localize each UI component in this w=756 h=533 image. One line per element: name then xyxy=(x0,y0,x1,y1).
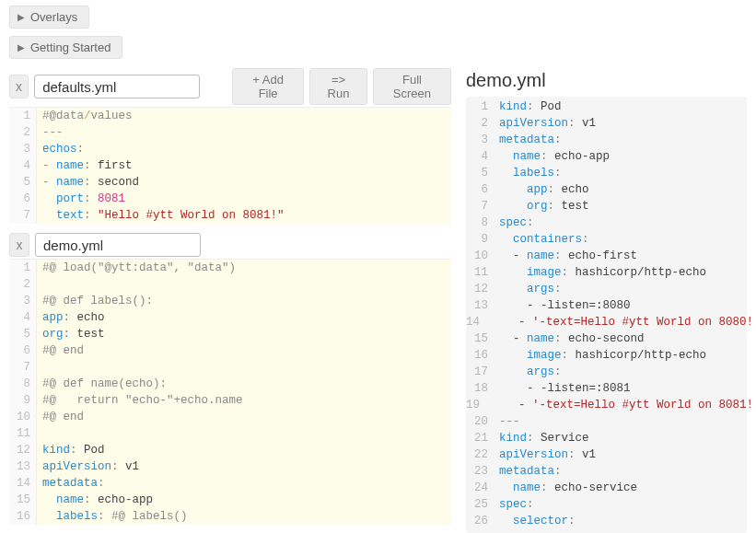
output-line: 4 name: echo-app xyxy=(466,148,747,165)
line-number: 16 xyxy=(9,508,37,525)
line-number: 6 xyxy=(466,181,494,198)
output-line: 25spec: xyxy=(466,496,747,513)
line-number: 12 xyxy=(466,281,494,297)
output-line: 26 selector: xyxy=(466,513,747,529)
line-number: 16 xyxy=(466,347,494,364)
line-number: 1 xyxy=(466,98,494,115)
output-line: 12 args: xyxy=(466,281,747,297)
line-number: 6 xyxy=(9,342,37,359)
editor1-line: 12kind: Pod xyxy=(9,442,451,458)
output-title: demo.yml xyxy=(466,70,747,91)
code-content: selector: xyxy=(494,513,747,529)
line-number: 5 xyxy=(9,174,37,191)
line-number: 3 xyxy=(9,293,37,309)
editor1-line: 1#@ load("@ytt:data", "data") xyxy=(9,260,451,276)
line-number: 18 xyxy=(466,380,494,397)
code-content: app: echo xyxy=(37,309,451,326)
line-number: 8 xyxy=(466,214,494,231)
line-number: 2 xyxy=(9,276,37,293)
code-content: apiVersion: v1 xyxy=(37,458,451,475)
line-number: 4 xyxy=(9,309,37,326)
output-line: 14 - '-text=Hello #ytt World on 8080!' xyxy=(466,314,747,330)
line-number: 10 xyxy=(9,409,37,425)
output-panel: 1kind: Pod2apiVersion: v13metadata:4 nam… xyxy=(466,97,747,533)
editor1-line: 6#@ end xyxy=(9,342,451,359)
line-number: 2 xyxy=(9,124,37,141)
code-content: --- xyxy=(494,413,747,430)
triangle-right-icon: ▶ xyxy=(17,12,25,22)
filename-input-0[interactable] xyxy=(34,75,200,98)
line-number: 7 xyxy=(9,207,37,224)
line-number: 12 xyxy=(9,442,37,458)
code-content: #@ def name(echo): xyxy=(37,376,451,392)
line-number: 26 xyxy=(466,513,494,529)
line-number: 6 xyxy=(9,191,37,207)
output-line: 16 image: hashicorp/http-echo xyxy=(466,347,747,364)
code-content: - '-text=Hello #ytt World on 8080!' xyxy=(485,314,756,330)
output-line: 17 args: xyxy=(466,364,747,380)
editor1-line: 7 xyxy=(9,359,451,376)
editor1-line: 3#@ def labels(): xyxy=(9,293,451,309)
line-number: 13 xyxy=(9,458,37,475)
code-content: app: echo xyxy=(494,181,747,198)
code-content: spec: xyxy=(494,496,747,513)
editor1-line: 2 xyxy=(9,276,451,293)
line-number: 9 xyxy=(9,392,37,409)
filename-input-1[interactable] xyxy=(35,233,201,257)
editor0-line: 2--- xyxy=(9,124,451,141)
code-content: image: hashicorp/http-echo xyxy=(494,264,747,281)
editor0-line: 6 port: 8081 xyxy=(9,191,451,207)
code-content: containers: xyxy=(494,231,747,248)
line-number: 14 xyxy=(9,475,37,492)
output-line: 5 labels: xyxy=(466,165,747,181)
code-content xyxy=(37,359,451,376)
editor1-line: 13apiVersion: v1 xyxy=(9,458,451,475)
code-content: labels: #@ labels() xyxy=(37,508,451,525)
editor-demo[interactable]: 1#@ load("@ytt:data", "data")23#@ def la… xyxy=(9,259,451,525)
code-content: echos: xyxy=(37,141,451,157)
getting-started-toggle[interactable]: ▶ Getting Started xyxy=(9,36,122,59)
line-number: 15 xyxy=(9,492,37,508)
line-number: 14 xyxy=(466,314,485,330)
line-number: 17 xyxy=(466,364,494,380)
output-line: 8spec: xyxy=(466,214,747,231)
code-content: #@data/values xyxy=(37,108,451,124)
line-number: 1 xyxy=(9,260,37,276)
editor1-line: 10#@ end xyxy=(9,409,451,425)
code-content: image: hashicorp/http-echo xyxy=(494,347,747,364)
line-number: 4 xyxy=(9,157,37,174)
run-button[interactable]: => Run xyxy=(309,68,367,105)
code-content: - name: echo-first xyxy=(494,248,747,264)
editor-defaults[interactable]: 1#@data/values2---3echos:4- name: first5… xyxy=(9,107,451,224)
line-number: 24 xyxy=(466,480,494,496)
code-content: labels: xyxy=(494,165,747,181)
editor1-line: 14metadata: xyxy=(9,475,451,492)
editor1-line: 9#@ return "echo-"+echo.name xyxy=(9,392,451,409)
line-number: 4 xyxy=(466,148,494,165)
line-number: 3 xyxy=(9,141,37,157)
editor1-line: 5org: test xyxy=(9,326,451,342)
line-number: 20 xyxy=(466,413,494,430)
code-content: - name: second xyxy=(37,174,451,191)
line-number: 11 xyxy=(466,264,494,281)
code-content: - '-text=Hello #ytt World on 8081!' xyxy=(485,397,756,413)
editor1-line: 4app: echo xyxy=(9,309,451,326)
overlays-toggle[interactable]: ▶ Overlays xyxy=(9,6,89,29)
add-file-button[interactable]: + Add File xyxy=(232,68,304,105)
editor1-line: 15 name: echo-app xyxy=(9,492,451,508)
code-content: org: test xyxy=(37,326,451,342)
output-line: 21kind: Service xyxy=(466,430,747,446)
code-content: text: "Hello #ytt World on 8081!" xyxy=(37,207,451,224)
line-number: 11 xyxy=(9,425,37,442)
fullscreen-button[interactable]: Full Screen xyxy=(373,68,451,105)
output-line: 3metadata: xyxy=(466,132,747,148)
code-content: - name: first xyxy=(37,157,451,174)
line-number: 7 xyxy=(9,359,37,376)
close-file-button[interactable]: x xyxy=(9,75,29,98)
output-line: 23metadata: xyxy=(466,463,747,480)
line-number: 9 xyxy=(466,231,494,248)
overlays-label: Overlays xyxy=(30,10,77,24)
line-number: 2 xyxy=(466,115,494,132)
close-file-button[interactable]: x xyxy=(9,233,29,257)
code-content: org: test xyxy=(494,198,747,214)
